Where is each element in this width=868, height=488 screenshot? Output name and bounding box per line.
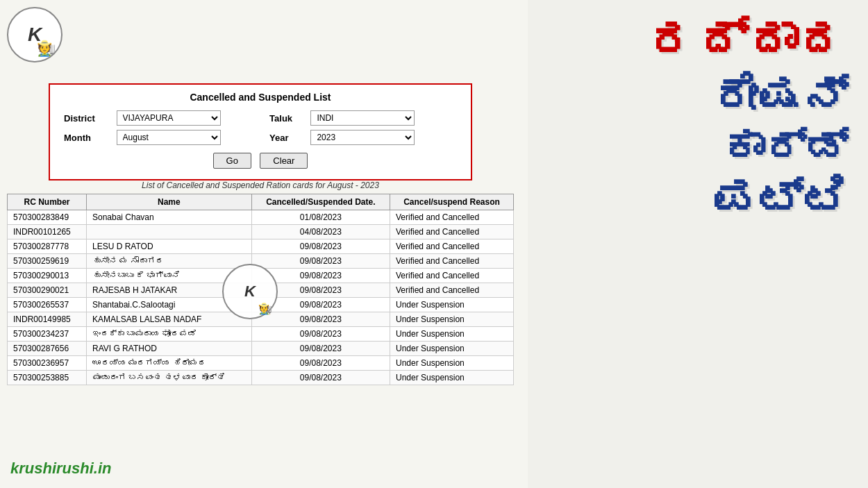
cell-reason: Under Suspension bbox=[390, 371, 514, 385]
clear-button[interactable]: Clear bbox=[260, 153, 308, 169]
watermark-letter: K bbox=[244, 283, 256, 301]
cell-name: LESU D RATOD bbox=[86, 239, 251, 254]
form-title: Cancelled and Suspended List bbox=[60, 92, 460, 103]
kannada-line1: ರದ್ದಾದ bbox=[647, 14, 847, 69]
table-row: INDR00101265 04/08/2023Verified and Canc… bbox=[8, 225, 514, 239]
cell-name bbox=[86, 225, 251, 239]
kannada-line2: ರೇಷನ್ bbox=[712, 72, 847, 122]
cell-rc: 570300290013 bbox=[8, 269, 87, 283]
cell-rc: 570300236957 bbox=[8, 356, 87, 371]
cell-reason: Verified and Cancelled bbox=[390, 283, 514, 298]
cell-rc: 570300265537 bbox=[8, 298, 87, 312]
center-logo-watermark: K 🧑‍🌾 bbox=[222, 264, 278, 319]
cell-reason: Verified and Cancelled bbox=[390, 269, 514, 283]
table-row: 570300287656RAVI G RATHOD09/08/2023Under… bbox=[8, 342, 514, 356]
cell-date: 04/08/2023 bbox=[251, 225, 390, 239]
right-panel: ರದ್ದಾದ ರೇಷನ್ ಕಾರ್ಡ್ ಪಟ್ಟಿ bbox=[528, 0, 868, 488]
form-table: District VIJAYAPURA Taluk INDI Month bbox=[60, 108, 460, 147]
cell-date: 09/08/2023 bbox=[251, 356, 390, 371]
cell-reason: Verified and Cancelled bbox=[390, 210, 514, 225]
cell-rc: 570300290021 bbox=[8, 283, 87, 298]
watermark-person: 🧑‍🌾 bbox=[258, 302, 272, 315]
month-select[interactable]: August bbox=[117, 130, 221, 145]
cell-name: ಇಂದಕ್ಕಾ ಬಾಪುರಾಯ ಘೋರಪಡೆ bbox=[86, 327, 251, 342]
cell-date: 01/08/2023 bbox=[251, 210, 390, 225]
table-row: 570300253885ಪಾಂಡುರಂಗ ಬಸವಂತ ತಳವಾರ ಕೋರ್ತಿ0… bbox=[8, 371, 514, 385]
kannada-line3: ಕಾರ್ಡ್ bbox=[722, 126, 847, 171]
cell-rc: INDR00101265 bbox=[8, 225, 87, 239]
cell-date: 09/08/2023 bbox=[251, 371, 390, 385]
cell-name: Sonabai Chavan bbox=[86, 210, 251, 225]
kannada-line4: ಪಟ್ಟಿ bbox=[712, 175, 847, 225]
district-select[interactable]: VIJAYAPURA bbox=[117, 110, 221, 126]
table-row: 570300236957ಊರಯ್ಯ ಮುರಗಯ್ಯ ಹಿರೇಮಠ09/08/20… bbox=[8, 356, 514, 371]
col-name: Name bbox=[86, 194, 251, 210]
taluk-select[interactable]: INDI bbox=[310, 110, 415, 126]
cell-date: 09/08/2023 bbox=[251, 239, 390, 254]
cell-reason: Verified and Cancelled bbox=[390, 225, 514, 239]
cell-rc: 570300234237 bbox=[8, 327, 87, 342]
cell-rc: 570300253885 bbox=[8, 371, 87, 385]
website-footer: krushirushi.in bbox=[10, 460, 111, 478]
year-select[interactable]: 2023 bbox=[310, 130, 415, 145]
cell-name: RAVI G RATHOD bbox=[86, 342, 251, 356]
cell-date: 09/08/2023 bbox=[251, 342, 390, 356]
cell-name: ಪಾಂಡುರಂಗ ಬಸವಂತ ತಳವಾರ ಕೋರ್ತಿ bbox=[86, 371, 251, 385]
form-box: Cancelled and Suspended List District VI… bbox=[49, 83, 472, 180]
table-row: 570300234237ಇಂದಕ್ಕಾ ಬಾಪುರಾಯ ಘೋರಪಡೆ09/08/… bbox=[8, 327, 514, 342]
col-rc: RC Number bbox=[8, 194, 87, 210]
cell-reason: Under Suspension bbox=[390, 342, 514, 356]
table-subtitle: List of Cancelled and Suspended Ration c… bbox=[7, 180, 514, 190]
logo-circle: K 🧑‍🌾 bbox=[7, 7, 62, 62]
col-date: Cancelled/Suspended Date. bbox=[251, 194, 390, 210]
cell-rc: 570300287778 bbox=[8, 239, 87, 254]
logo-person-icon: 🧑‍🌾 bbox=[37, 40, 56, 58]
cell-name: ಹುಸೇನ ಮ ಸೌದಾಗರ bbox=[86, 254, 251, 269]
cell-date: 09/08/2023 bbox=[251, 312, 390, 327]
district-label: District bbox=[60, 108, 113, 128]
cell-rc: INDR00149985 bbox=[8, 312, 87, 327]
cell-rc: 570300287656 bbox=[8, 342, 87, 356]
cell-name: KAMALSAB LALSAB NADAF bbox=[86, 312, 251, 327]
cell-reason: Verified and Cancelled bbox=[390, 239, 514, 254]
cell-reason: Under Suspension bbox=[390, 356, 514, 371]
cell-rc: 570300259619 bbox=[8, 254, 87, 269]
form-buttons: Go Clear bbox=[60, 153, 460, 169]
left-panel: K 🧑‍🌾 Cancelled and Suspended List Distr… bbox=[0, 0, 528, 488]
cell-reason: Under Suspension bbox=[390, 312, 514, 327]
table-row: 570300287778LESU D RATOD09/08/2023Verifi… bbox=[8, 239, 514, 254]
taluk-label: Taluk bbox=[266, 108, 307, 128]
cell-reason: Verified and Cancelled bbox=[390, 254, 514, 269]
month-label: Month bbox=[60, 128, 113, 147]
go-button[interactable]: Go bbox=[213, 153, 251, 169]
cell-reason: Under Suspension bbox=[390, 298, 514, 312]
cell-date: 09/08/2023 bbox=[251, 254, 390, 269]
col-reason: Cancel/suspend Reason bbox=[390, 194, 514, 210]
cell-reason: Under Suspension bbox=[390, 327, 514, 342]
cell-date: 09/08/2023 bbox=[251, 327, 390, 342]
cell-rc: 570300283849 bbox=[8, 210, 87, 225]
cell-name: ಊರಯ್ಯ ಮುರಗಯ್ಯ ಹಿರೇಮಠ bbox=[86, 356, 251, 371]
year-label: Year bbox=[266, 128, 307, 147]
table-row: 570300283849Sonabai Chavan01/08/2023Veri… bbox=[8, 210, 514, 225]
